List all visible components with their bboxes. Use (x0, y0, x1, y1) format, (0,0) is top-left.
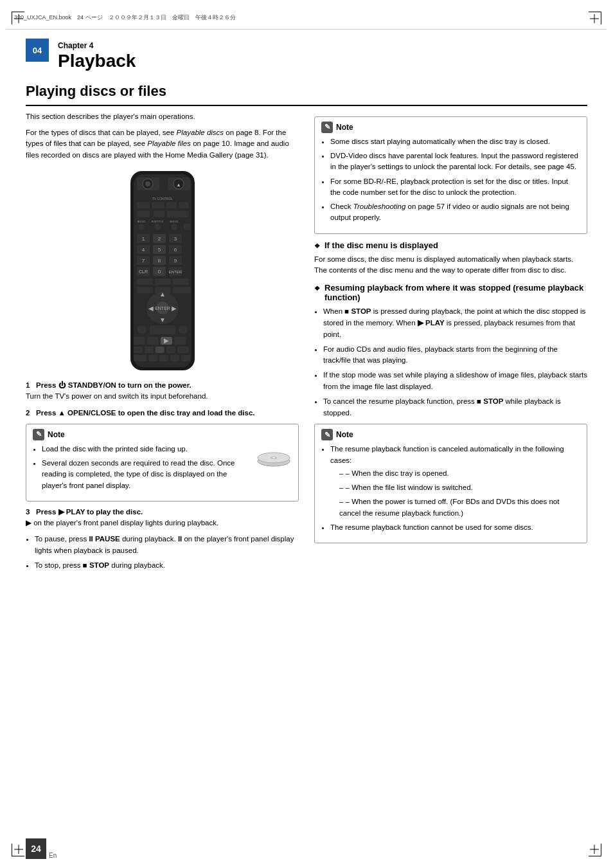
step3-bullet-stop: To stop, press ■ STOP during playback. (35, 560, 299, 572)
svg-text:2: 2 (157, 236, 161, 242)
svg-text:0: 0 (157, 269, 161, 275)
svg-rect-49 (173, 278, 189, 285)
svg-text:CLR: CLR (138, 269, 147, 274)
step1-bold: STANDBY/ON to turn on the power. (68, 381, 191, 389)
chapter-title: Playback (58, 51, 587, 71)
svg-rect-67 (174, 337, 186, 345)
left-column: This section describes the player's main… (26, 111, 299, 577)
svg-rect-71 (155, 347, 164, 353)
header-bar: 320_UXJCA_EN.book 24 ページ ２００９年２月１３日 金曜日 … (6, 6, 607, 30)
note-right2-icon: ✎ (321, 429, 333, 440)
sub-b2: – When the file list window is switched. (339, 482, 580, 493)
svg-text:▼: ▼ (159, 316, 166, 323)
subsec1-text: For some discs, the disc menu is display… (314, 254, 587, 277)
note-box-1: ✎ Note (26, 424, 299, 502)
svg-rect-22 (184, 224, 190, 230)
subsec2-b3: If the stop mode was set while playing a… (323, 370, 587, 393)
step1-num: 1 Press ⏻ (26, 381, 68, 389)
diamond1: ❖ (314, 242, 320, 249)
step3-sub1: ▶ on the player's front panel display li… (26, 519, 218, 527)
subsec1-heading: ❖ If the disc menu is displayed (314, 240, 587, 250)
right-note1-b3: For some BD-R/-RE, playback protection i… (330, 176, 580, 199)
right-column: ✎ Note Some discs start playing automati… (314, 111, 587, 577)
step-1: 1 Press ⏻ STANDBY/ON to turn on the powe… (26, 380, 299, 402)
note-right1-header: ✎ Note (321, 122, 580, 133)
step-3: 3 Press ▶ PLAY to play the disc. ▶ on th… (26, 507, 299, 529)
svg-rect-76 (159, 355, 168, 361)
chapter-label: Chapter 4 (58, 41, 587, 50)
svg-point-20 (154, 224, 161, 230)
section-title: Playing discs or files (26, 83, 587, 100)
svg-text:4: 4 (141, 247, 145, 253)
step3-bold: PLAY to play the disc. (66, 508, 143, 516)
svg-rect-53 (184, 287, 191, 293)
svg-rect-72 (166, 347, 175, 353)
subsec2-heading: ❖ Resuming playback from where it was st… (314, 283, 587, 302)
svg-point-21 (171, 224, 177, 230)
step-2: 2 Press ▲ OPEN/CLOSE to open the disc tr… (26, 408, 299, 419)
right-note2-b1: The resume playback function is canceled… (330, 444, 580, 519)
right-note1-b2: DVD-Video discs have parental lock featu… (330, 150, 580, 173)
subsec2-b2: For audio CDs and audio files, playback … (323, 344, 587, 367)
svg-rect-78 (181, 355, 190, 361)
svg-text:▶: ▶ (172, 305, 177, 312)
right-note1-b4: Check Troubleshooting on page 57 if vide… (330, 201, 580, 224)
svg-rect-63 (150, 325, 175, 334)
note1-bullet-2: Several dozen seconds are required to re… (42, 458, 292, 491)
right-note1-b1: Some discs start playing automatically w… (330, 136, 580, 147)
svg-text:ANGLE: ANGLE (170, 220, 179, 223)
step1-sub: Turn the TV's power on and switch its in… (26, 392, 208, 400)
svg-rect-50 (137, 287, 153, 293)
note-box-right-1: ✎ Note Some discs start playing automati… (314, 116, 587, 234)
right-note2-b2: The resume playback function cannot be u… (330, 522, 580, 533)
two-col-layout: This section describes the player's main… (26, 111, 587, 577)
subsec2-b4: To cancel the resume playback function, … (323, 396, 587, 419)
svg-rect-9 (137, 202, 150, 208)
svg-rect-15 (167, 211, 189, 217)
remote-image: ▲ TV CONTROL AUDIO SUBTITLE (26, 168, 299, 374)
svg-rect-14 (153, 211, 164, 217)
svg-text:9: 9 (173, 258, 177, 264)
svg-text:▶: ▶ (164, 337, 169, 344)
svg-text:TV CONTROL: TV CONTROL (152, 197, 172, 201)
svg-text:◀: ◀ (148, 305, 154, 312)
svg-text:3: 3 (173, 236, 177, 242)
intro-p2: For the types of discs that can be playe… (26, 127, 299, 161)
svg-rect-77 (170, 355, 179, 361)
right-note2-bullets: The resume playback function is canceled… (321, 444, 580, 533)
step2-num: 2 Press ▲ (26, 409, 67, 417)
section-divider (26, 105, 587, 106)
sub-b3: – When the power is turned off. (For BDs… (339, 496, 580, 519)
svg-rect-65 (147, 337, 159, 345)
right-note1-bullets: Some discs start playing automatically w… (321, 136, 580, 224)
svg-text:ENTER: ENTER (155, 306, 170, 311)
step3-num: 3 Press ▶ (26, 508, 66, 516)
note1-label: Note (48, 430, 65, 439)
step3-bullet-pause: To pause, press II PAUSE during playback… (35, 534, 299, 557)
right-note2-sub: – When the disc tray is opened. – When t… (330, 468, 580, 519)
svg-text:SUBTITLE: SUBTITLE (151, 220, 163, 223)
main-content: Chapter 4 Playback Playing discs or file… (26, 30, 587, 836)
svg-rect-69 (134, 347, 143, 353)
svg-text:▲: ▲ (176, 182, 181, 188)
note-right1-label: Note (336, 123, 353, 132)
svg-rect-74 (134, 355, 147, 361)
step3-bullets: To pause, press II PAUSE during playback… (26, 534, 299, 571)
disc-illustration (256, 444, 292, 480)
svg-point-19 (138, 224, 145, 230)
subsec1-title: If the disc menu is displayed (324, 240, 438, 250)
svg-rect-70 (145, 347, 154, 353)
svg-rect-13 (137, 211, 150, 217)
svg-point-62 (179, 325, 188, 334)
lang-label: En (49, 852, 57, 859)
svg-text:▲: ▲ (159, 291, 166, 298)
header-text: 320_UXJCA_EN.book 24 ページ ２００９年２月１３日 金曜日 … (14, 14, 236, 22)
note1-header: ✎ Note (33, 429, 292, 440)
subsec2-b1: When ■ STOP is pressed during playback, … (323, 306, 587, 340)
svg-rect-64 (134, 337, 145, 345)
svg-text:AUDIO: AUDIO (137, 220, 145, 223)
intro-p1: This section describes the player's main… (26, 111, 299, 123)
svg-rect-73 (177, 347, 189, 353)
page-number: 24 (26, 838, 46, 859)
note-right1-icon: ✎ (321, 122, 333, 133)
